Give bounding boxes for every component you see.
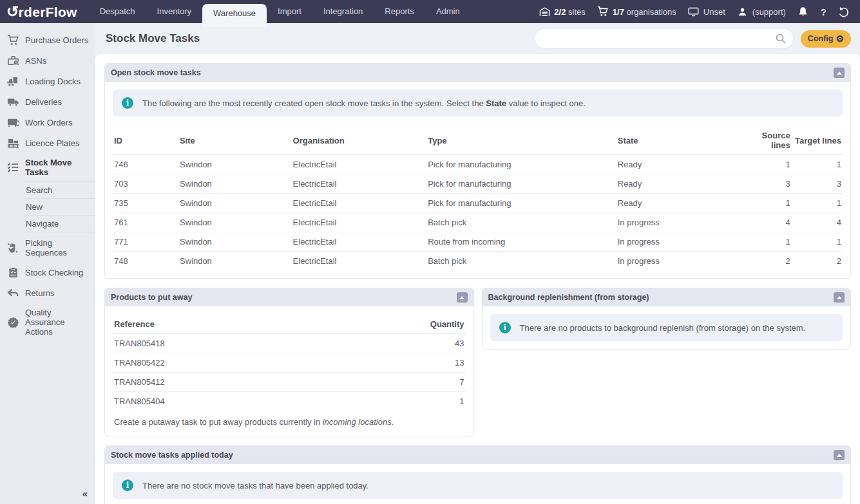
submenu-item-search[interactable]: Search xyxy=(23,182,95,198)
column-header-source-lines: Source lines xyxy=(740,126,791,155)
panel-title: Products to put away xyxy=(111,293,192,302)
cell-source-lines: 1 xyxy=(740,155,791,174)
info-icon: i xyxy=(122,480,133,491)
panel-header: Products to put away xyxy=(105,288,473,306)
person-icon xyxy=(737,6,749,17)
sidebar-item-deliveries[interactable]: Deliveries xyxy=(0,91,95,112)
cell-reference: TRAN805412 xyxy=(113,373,322,392)
organisations-selector[interactable]: 1/7 organisations xyxy=(597,6,676,17)
cell-state-link[interactable]: In progress xyxy=(616,213,741,232)
tab-inventory[interactable]: Inventory xyxy=(146,0,202,23)
panel-body: Reference Quantity TRAN805418 43 xyxy=(105,306,473,436)
column-header-reference: Reference xyxy=(113,314,322,334)
table-row: 748 Swindon ElectricEtail Batch pick In … xyxy=(113,252,843,271)
brand-logo[interactable]: ↺rderFlow xyxy=(0,3,89,21)
submenu-item-new[interactable]: New xyxy=(23,198,95,215)
tab-despatch[interactable]: Despatch xyxy=(89,0,146,23)
submenu-item-navigate[interactable]: Navigate xyxy=(23,215,95,232)
tab-import[interactable]: Import xyxy=(267,0,312,23)
workstation-selector[interactable]: Unset xyxy=(688,6,725,17)
sites-label: sites xyxy=(568,7,586,17)
sidebar-item-stock-move-tasks[interactable]: Stock Move Tasks xyxy=(0,153,95,182)
cell-source-lines: 1 xyxy=(740,194,791,213)
page-title: Stock Move Tasks xyxy=(106,32,200,45)
help-icon[interactable]: ? xyxy=(821,6,827,17)
sidebar-item-label: Picking Sequences xyxy=(25,238,91,257)
panel-header: Background replenishment (from storage) xyxy=(483,288,851,306)
sites-selector[interactable]: 2/2 sites xyxy=(539,6,585,17)
sidebar-item-licence-plates[interactable]: Licence Plates xyxy=(0,133,95,153)
monitor-icon xyxy=(688,6,700,17)
cell-type: Batch pick xyxy=(426,252,616,271)
sidebar-item-returns[interactable]: Returns xyxy=(0,283,95,303)
sidebar-collapse-chevron[interactable]: « xyxy=(82,488,88,499)
table-header-row: ID Site Organisation Type State Source l… xyxy=(113,126,843,155)
user-menu[interactable]: (support) xyxy=(737,6,786,17)
sidebar-item-loading-docks[interactable]: Loading Docks xyxy=(0,71,95,91)
tab-integration[interactable]: Integration xyxy=(312,0,374,23)
tab-warehouse[interactable]: Warehouse xyxy=(202,4,267,27)
cell-source-lines: 3 xyxy=(740,174,791,194)
sidebar-item-asns[interactable]: ASNs xyxy=(0,50,95,71)
cell-reference: TRAN805404 xyxy=(113,392,322,411)
history-refresh-icon[interactable] xyxy=(838,6,850,17)
checklist-icon xyxy=(6,162,19,173)
column-header-organisation: Organisation xyxy=(292,126,427,155)
main-nav-tabs: Despatch Inventory Warehouse Import Inte… xyxy=(89,0,471,23)
sidebar-item-label: Returns xyxy=(25,288,55,298)
sidebar-item-label: Deliveries xyxy=(25,97,62,107)
collapse-panel-button[interactable] xyxy=(457,292,468,303)
organisations-count: 1/7 xyxy=(613,7,624,17)
info-text: There are no products to background repl… xyxy=(520,323,806,333)
tab-admin[interactable]: Admin xyxy=(425,0,471,23)
panel-header: Stock move tasks applied today xyxy=(105,446,850,464)
cell-quantity: 43 xyxy=(322,334,466,353)
cell-id: 761 xyxy=(113,213,178,232)
user-label: (support) xyxy=(752,7,786,17)
cell-site: Swindon xyxy=(178,213,292,232)
cell-state-link[interactable]: Ready xyxy=(616,174,741,194)
cell-state-link[interactable]: Ready xyxy=(616,155,741,174)
sidebar-item-purchase-orders[interactable]: Purchase Orders xyxy=(0,30,95,50)
cell-type: Pick for manufacturing xyxy=(426,174,616,194)
sidebar-item-stock-checking[interactable]: Stock Checking xyxy=(0,262,95,283)
collapse-panel-button[interactable] xyxy=(834,292,845,303)
column-header-type: Type xyxy=(426,126,616,155)
config-button[interactable]: Config ⚙ xyxy=(801,30,851,48)
sidebar-item-label: ASNs xyxy=(25,56,46,66)
collapse-panel-button[interactable] xyxy=(834,450,845,460)
cell-site: Swindon xyxy=(178,252,292,271)
sidebar-item-work-orders[interactable]: Work Orders xyxy=(0,112,95,133)
box-sync-icon xyxy=(6,117,19,128)
table-row: 703 Swindon ElectricEtail Pick for manuf… xyxy=(113,174,843,194)
collapse-panel-button[interactable] xyxy=(834,68,845,78)
tab-reports[interactable]: Reports xyxy=(374,0,425,23)
search-input[interactable] xyxy=(535,29,793,48)
panel-products-to-put-away: Products to put away Reference Quantity xyxy=(104,288,474,436)
cell-id: 771 xyxy=(113,232,178,252)
stock-move-tasks-submenu: Search New Navigate xyxy=(23,182,95,232)
info-text: There are no stock move tasks that have … xyxy=(142,481,368,490)
sidebar-item-picking-sequences[interactable]: Picking Sequences xyxy=(0,234,95,262)
cell-target-lines: 1 xyxy=(792,155,843,174)
cell-id: 746 xyxy=(113,155,178,174)
panel-applied-today: Stock move tasks applied today i There a… xyxy=(104,445,851,504)
notifications-bell-icon[interactable] xyxy=(798,6,809,17)
panel-open-stock-move-tasks: Open stock move tasks i The following ar… xyxy=(104,63,851,279)
page-header: Stock Move Tasks Config ⚙ xyxy=(95,23,860,54)
column-header-quantity: Quantity xyxy=(322,314,466,334)
sidebar-item-quality-assurance-actions[interactable]: Quality Assurance Actions xyxy=(0,303,95,341)
brand-name: rderFlow xyxy=(19,5,77,20)
truck-icon xyxy=(6,96,19,107)
cell-target-lines: 1 xyxy=(792,194,843,213)
cell-organisation: ElectricEtail xyxy=(292,194,427,213)
cell-organisation: ElectricEtail xyxy=(292,232,427,252)
cell-state-link[interactable]: In progress xyxy=(616,252,741,271)
cell-state-link[interactable]: In progress xyxy=(616,232,741,252)
panel-title: Open stock move tasks xyxy=(111,68,201,77)
table-row: 746 Swindon ElectricEtail Pick for manuf… xyxy=(113,155,843,174)
sites-count: 2/2 xyxy=(554,7,566,17)
cell-state-link[interactable]: Ready xyxy=(616,194,741,213)
cell-quantity: 13 xyxy=(322,353,466,373)
sidebar-item-label: Work Orders xyxy=(25,118,72,127)
